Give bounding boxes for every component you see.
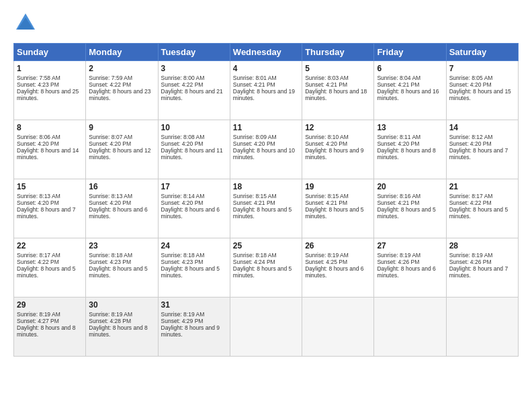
calendar-cell: 30 Sunrise: 8:19 AM Sunset: 4:28 PM Dayl… xyxy=(86,298,158,357)
daylight-label: Daylight: 8 hours and 5 minutes. xyxy=(161,265,220,279)
calendar-week-row: 1 Sunrise: 7:58 AM Sunset: 4:23 PM Dayli… xyxy=(14,61,519,120)
calendar-cell: 5 Sunrise: 8:03 AM Sunset: 4:21 PM Dayli… xyxy=(302,61,374,120)
sunrise-label: Sunrise: 8:17 AM xyxy=(17,252,60,259)
daylight-label: Daylight: 8 hours and 5 minutes. xyxy=(89,265,147,279)
sunrise-label: Sunrise: 8:19 AM xyxy=(17,311,60,318)
calendar-cell: 22 Sunrise: 8:17 AM Sunset: 4:22 PM Dayl… xyxy=(14,238,86,298)
calendar-cell: 16 Sunrise: 8:13 AM Sunset: 4:20 PM Dayl… xyxy=(86,179,158,238)
day-number: 24 xyxy=(161,241,227,250)
day-number: 19 xyxy=(305,182,371,191)
sunset-label: Sunset: 4:23 PM xyxy=(89,259,131,265)
calendar-cell: 4 Sunrise: 8:01 AM Sunset: 4:21 PM Dayli… xyxy=(230,61,302,120)
daylight-label: Daylight: 8 hours and 7 minutes. xyxy=(449,265,508,279)
day-number: 30 xyxy=(89,300,154,310)
sunrise-label: Sunrise: 8:19 AM xyxy=(377,252,420,259)
sunset-label: Sunset: 4:26 PM xyxy=(449,259,492,265)
day-number: 31 xyxy=(161,300,227,310)
daylight-label: Daylight: 8 hours and 16 minutes. xyxy=(377,88,439,101)
sunset-label: Sunset: 4:21 PM xyxy=(377,199,419,206)
calendar-cell: 31 Sunrise: 8:19 AM Sunset: 4:29 PM Dayl… xyxy=(158,298,230,357)
calendar-cell: 11 Sunrise: 8:09 AM Sunset: 4:20 PM Dayl… xyxy=(230,120,302,179)
daylight-label: Daylight: 8 hours and 8 minutes. xyxy=(377,147,435,161)
day-of-week-header: Saturday xyxy=(446,44,518,61)
day-number: 17 xyxy=(161,182,227,191)
calendar-cell: 27 Sunrise: 8:19 AM Sunset: 4:26 PM Dayl… xyxy=(374,238,446,298)
sunrise-label: Sunrise: 8:07 AM xyxy=(89,134,132,140)
sunset-label: Sunset: 4:22 PM xyxy=(161,81,204,88)
sunset-label: Sunset: 4:20 PM xyxy=(449,140,492,147)
sunset-label: Sunset: 4:20 PM xyxy=(89,199,131,206)
calendar-cell: 12 Sunrise: 8:10 AM Sunset: 4:20 PM Dayl… xyxy=(302,120,374,179)
sunset-label: Sunset: 4:25 PM xyxy=(305,259,347,265)
sunset-label: Sunset: 4:20 PM xyxy=(305,140,347,147)
calendar-cell xyxy=(374,298,446,357)
sunset-label: Sunset: 4:26 PM xyxy=(377,259,419,265)
calendar-cell: 21 Sunrise: 8:17 AM Sunset: 4:22 PM Dayl… xyxy=(446,179,518,238)
day-of-week-header: Monday xyxy=(86,44,158,61)
daylight-label: Daylight: 8 hours and 5 minutes. xyxy=(449,206,508,220)
day-number: 5 xyxy=(305,64,371,73)
sunrise-label: Sunrise: 8:05 AM xyxy=(449,75,493,81)
sunrise-label: Sunrise: 8:18 AM xyxy=(161,252,205,259)
sunrise-label: Sunrise: 8:19 AM xyxy=(305,252,349,259)
logo xyxy=(13,11,38,38)
day-number: 18 xyxy=(233,182,299,191)
daylight-label: Daylight: 8 hours and 5 minutes. xyxy=(233,206,292,220)
sunrise-label: Sunrise: 8:13 AM xyxy=(89,193,132,199)
sunrise-label: Sunrise: 8:09 AM xyxy=(233,134,277,140)
sunset-label: Sunset: 4:20 PM xyxy=(377,140,419,147)
calendar-cell xyxy=(446,298,518,357)
sunrise-label: Sunrise: 8:18 AM xyxy=(89,252,132,259)
sunrise-label: Sunrise: 8:03 AM xyxy=(305,75,349,81)
sunset-label: Sunset: 4:20 PM xyxy=(17,140,59,147)
day-number: 20 xyxy=(377,182,443,191)
calendar-cell: 15 Sunrise: 8:13 AM Sunset: 4:20 PM Dayl… xyxy=(14,179,86,238)
day-number: 22 xyxy=(17,241,83,250)
sunset-label: Sunset: 4:22 PM xyxy=(89,81,131,88)
daylight-label: Daylight: 8 hours and 23 minutes. xyxy=(89,88,150,101)
day-number: 8 xyxy=(17,123,83,132)
calendar-cell xyxy=(302,298,374,357)
daylight-label: Daylight: 8 hours and 19 minutes. xyxy=(233,88,295,101)
calendar-cell: 10 Sunrise: 8:08 AM Sunset: 4:20 PM Dayl… xyxy=(158,120,230,179)
daylight-label: Daylight: 8 hours and 6 minutes. xyxy=(377,265,435,279)
day-number: 29 xyxy=(17,300,83,310)
sunrise-label: Sunrise: 8:06 AM xyxy=(17,134,60,140)
calendar-cell: 8 Sunrise: 8:06 AM Sunset: 4:20 PM Dayli… xyxy=(14,120,86,179)
sunset-label: Sunset: 4:21 PM xyxy=(377,81,419,88)
sunset-label: Sunset: 4:21 PM xyxy=(233,199,275,206)
day-number: 14 xyxy=(449,123,515,132)
daylight-label: Daylight: 8 hours and 5 minutes. xyxy=(233,265,292,279)
sunset-label: Sunset: 4:24 PM xyxy=(233,259,275,265)
calendar-week-row: 22 Sunrise: 8:17 AM Sunset: 4:22 PM Dayl… xyxy=(14,238,519,298)
sunrise-label: Sunrise: 8:17 AM xyxy=(449,193,493,199)
sunrise-label: Sunrise: 7:58 AM xyxy=(17,75,60,81)
day-number: 26 xyxy=(305,241,371,250)
daylight-label: Daylight: 8 hours and 6 minutes. xyxy=(161,206,220,220)
day-number: 4 xyxy=(233,64,299,73)
daylight-label: Daylight: 8 hours and 18 minutes. xyxy=(305,88,367,101)
sunrise-label: Sunrise: 8:11 AM xyxy=(377,134,420,140)
sunrise-label: Sunrise: 8:10 AM xyxy=(305,134,349,140)
sunrise-label: Sunrise: 8:15 AM xyxy=(305,193,349,199)
sunset-label: Sunset: 4:20 PM xyxy=(161,199,204,206)
daylight-label: Daylight: 8 hours and 11 minutes. xyxy=(161,147,223,161)
day-number: 6 xyxy=(377,64,443,73)
sunrise-label: Sunrise: 7:59 AM xyxy=(89,75,132,81)
logo-icon xyxy=(13,11,38,38)
day-number: 25 xyxy=(233,241,299,250)
day-number: 10 xyxy=(161,123,227,132)
daylight-label: Daylight: 8 hours and 9 minutes. xyxy=(305,147,363,161)
sunset-label: Sunset: 4:29 PM xyxy=(161,318,204,324)
sunrise-label: Sunrise: 8:19 AM xyxy=(449,252,493,259)
calendar-cell: 6 Sunrise: 8:04 AM Sunset: 4:21 PM Dayli… xyxy=(374,61,446,120)
daylight-label: Daylight: 8 hours and 10 minutes. xyxy=(233,147,295,161)
day-of-week-header: Thursday xyxy=(302,44,374,61)
day-number: 3 xyxy=(161,64,227,73)
calendar-cell xyxy=(230,298,302,357)
sunset-label: Sunset: 4:20 PM xyxy=(17,199,59,206)
daylight-label: Daylight: 8 hours and 5 minutes. xyxy=(305,206,363,220)
sunrise-label: Sunrise: 8:16 AM xyxy=(377,193,420,199)
sunset-label: Sunset: 4:23 PM xyxy=(17,81,59,88)
calendar-cell: 3 Sunrise: 8:00 AM Sunset: 4:22 PM Dayli… xyxy=(158,61,230,120)
